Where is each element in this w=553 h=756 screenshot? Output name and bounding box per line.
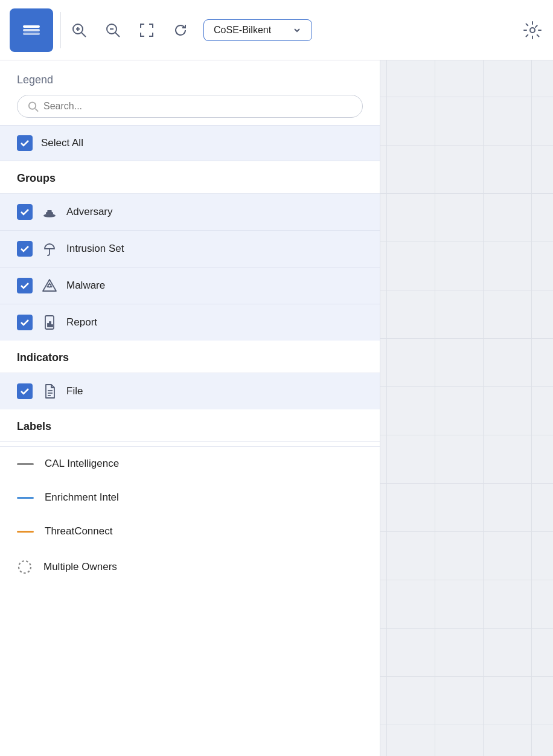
layout-select[interactable]: CoSE-Bilkent xyxy=(203,19,312,41)
svg-point-11 xyxy=(29,102,36,109)
adversary-label: Adversary xyxy=(66,206,113,218)
adversary-checkbox[interactable] xyxy=(17,204,33,220)
label-item: CAL Intelligence xyxy=(0,447,380,481)
labels-section-header: Labels xyxy=(0,409,380,442)
layout-select-value: CoSE-Bilkent xyxy=(214,25,287,36)
svg-rect-24 xyxy=(48,324,49,327)
legend-panel: Legend Select All Groups xyxy=(0,60,380,756)
list-item[interactable]: Malware xyxy=(0,267,380,304)
select-all-row[interactable]: Select All xyxy=(0,125,380,161)
file-label: File xyxy=(66,385,83,397)
svg-line-8 xyxy=(115,33,120,37)
malware-checkbox[interactable] xyxy=(17,278,33,293)
svg-point-15 xyxy=(46,212,48,214)
search-icon xyxy=(27,100,39,112)
svg-point-10 xyxy=(530,28,535,33)
indicators-list: File xyxy=(0,373,380,409)
label-item: Multiple Owners xyxy=(0,548,380,586)
svg-line-22 xyxy=(47,286,48,287)
svg-marker-18 xyxy=(43,280,56,291)
list-item[interactable]: File xyxy=(0,373,380,409)
report-icon xyxy=(41,314,58,331)
report-checkbox[interactable] xyxy=(17,315,33,330)
svg-line-4 xyxy=(82,33,86,37)
svg-line-21 xyxy=(51,286,52,287)
fit-button[interactable] xyxy=(136,19,158,41)
svg-point-16 xyxy=(51,212,53,214)
select-all-checkbox[interactable] xyxy=(17,135,33,151)
legend-title: Legend xyxy=(17,74,363,86)
malware-icon xyxy=(41,277,58,294)
search-container[interactable] xyxy=(17,95,363,118)
svg-point-13 xyxy=(43,214,56,217)
cal-intelligence-label: CAL Intelligence xyxy=(45,458,119,470)
report-label: Report xyxy=(66,316,97,328)
file-checkbox[interactable] xyxy=(17,383,33,399)
multiple-owners-label: Multiple Owners xyxy=(43,561,117,573)
list-item[interactable]: Report xyxy=(0,304,380,341)
svg-rect-25 xyxy=(50,322,51,327)
threatconnect-label: ThreatConnect xyxy=(45,525,112,537)
indicators-section-header: Indicators xyxy=(0,341,380,373)
groups-list: Adversary Intrusion Set xyxy=(0,194,380,341)
label-item: ThreatConnect xyxy=(0,514,380,548)
svg-point-30 xyxy=(19,561,31,573)
svg-rect-26 xyxy=(51,325,53,327)
toolbar-divider xyxy=(60,12,61,48)
legend-header: Legend xyxy=(0,60,380,125)
svg-rect-1 xyxy=(23,29,40,31)
svg-rect-2 xyxy=(23,25,40,28)
intrusion-set-label: Intrusion Set xyxy=(66,243,124,255)
svg-rect-0 xyxy=(23,33,40,35)
cal-intelligence-line xyxy=(17,463,34,465)
intrusion-set-icon xyxy=(41,240,58,257)
malware-label: Malware xyxy=(66,280,105,292)
zoom-in-button[interactable] xyxy=(68,19,90,41)
adversary-icon xyxy=(41,203,58,220)
enrichment-intel-label: Enrichment Intel xyxy=(45,492,119,504)
svg-line-12 xyxy=(35,109,38,112)
svg-rect-14 xyxy=(47,210,52,212)
groups-section-header: Groups xyxy=(0,161,380,194)
threatconnect-line xyxy=(17,531,34,533)
toolbar: CoSE-Bilkent xyxy=(0,0,553,60)
label-item: Enrichment Intel xyxy=(0,481,380,514)
logo-button[interactable] xyxy=(10,8,53,52)
list-item[interactable]: Adversary xyxy=(0,194,380,231)
labels-list: CAL Intelligence Enrichment Intel Threat… xyxy=(0,442,380,586)
list-item[interactable]: Intrusion Set xyxy=(0,231,380,267)
enrichment-intel-line xyxy=(17,497,34,499)
search-input[interactable] xyxy=(43,101,353,112)
multiple-owners-icon xyxy=(17,559,33,575)
intrusion-set-checkbox[interactable] xyxy=(17,241,33,257)
toolbar-actions: CoSE-Bilkent xyxy=(68,19,543,41)
file-icon xyxy=(41,383,58,400)
zoom-out-button[interactable] xyxy=(102,19,124,41)
svg-point-19 xyxy=(48,284,51,287)
settings-button[interactable] xyxy=(522,19,543,41)
refresh-button[interactable] xyxy=(170,19,191,41)
select-all-label: Select All xyxy=(41,137,83,149)
